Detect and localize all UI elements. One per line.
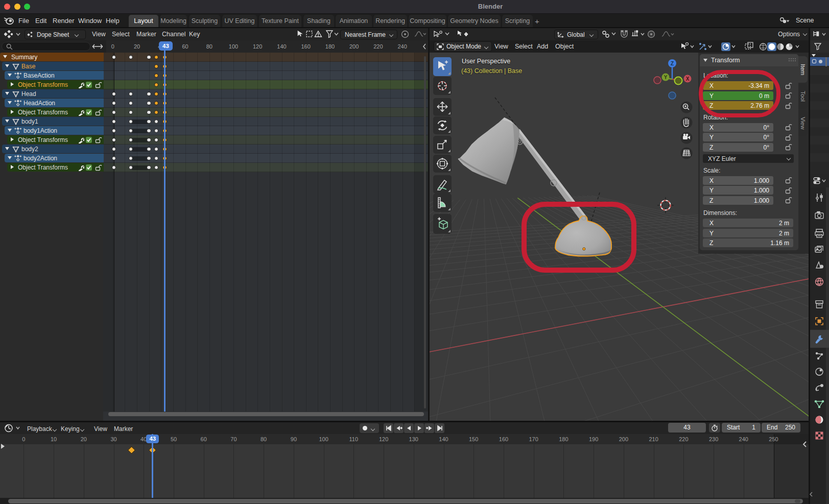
- svg-text:Y: Y: [664, 75, 668, 80]
- svg-text:X: X: [686, 76, 690, 82]
- svg-text:Z: Z: [671, 61, 674, 66]
